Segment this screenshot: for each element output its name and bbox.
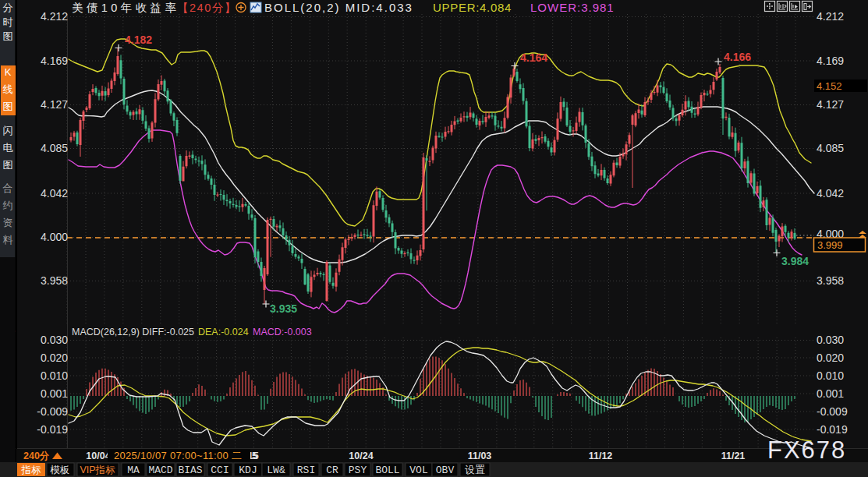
svg-text:MA: MA bbox=[127, 465, 140, 476]
svg-text:-0.019: -0.019 bbox=[817, 423, 848, 436]
svg-text:4.182: 4.182 bbox=[125, 34, 152, 46]
svg-text:0.010: 0.010 bbox=[817, 369, 844, 382]
svg-text:10/04: 10/04 bbox=[86, 450, 110, 461]
svg-text:CR: CR bbox=[326, 465, 338, 476]
svg-text:11/12: 11/12 bbox=[589, 450, 613, 461]
svg-text:约: 约 bbox=[3, 200, 13, 211]
svg-text:4.169: 4.169 bbox=[817, 55, 844, 67]
svg-text:合: 合 bbox=[3, 182, 13, 194]
svg-text:资: 资 bbox=[3, 217, 13, 228]
svg-text:UPPER:4.084: UPPER:4.084 bbox=[433, 1, 512, 14]
svg-text:0.030: 0.030 bbox=[817, 334, 844, 346]
svg-text:设置: 设置 bbox=[465, 464, 485, 475]
svg-text:0.001: 0.001 bbox=[41, 387, 68, 400]
svg-text:VIP指标: VIP指标 bbox=[80, 465, 115, 475]
svg-text:线: 线 bbox=[3, 83, 13, 95]
svg-text:PSY: PSY bbox=[349, 465, 367, 476]
svg-text:4.169: 4.169 bbox=[41, 55, 68, 67]
svg-text:4.085: 4.085 bbox=[817, 142, 844, 154]
svg-text:图: 图 bbox=[3, 30, 13, 42]
svg-text:4.212: 4.212 bbox=[41, 10, 68, 23]
svg-text:3.935: 3.935 bbox=[270, 302, 297, 315]
svg-text:VOL: VOL bbox=[409, 465, 427, 476]
svg-text:4.164: 4.164 bbox=[520, 51, 547, 64]
svg-text:图: 图 bbox=[3, 159, 13, 171]
svg-text:MACD(26,12,9) DIFF:-0.025: MACD(26,12,9) DIFF:-0.025 bbox=[72, 327, 194, 337]
svg-text:料: 料 bbox=[3, 234, 13, 246]
svg-text:11/21: 11/21 bbox=[721, 450, 746, 461]
svg-text:4.166: 4.166 bbox=[724, 51, 751, 63]
svg-text:4.000: 4.000 bbox=[41, 231, 68, 243]
svg-text:4.042: 4.042 bbox=[817, 187, 844, 200]
svg-text:4.042: 4.042 bbox=[41, 187, 68, 200]
svg-text:4.127: 4.127 bbox=[817, 98, 844, 111]
svg-text:4.152: 4.152 bbox=[817, 80, 842, 92]
svg-text:5: 5 bbox=[252, 450, 257, 461]
svg-text:-0.019: -0.019 bbox=[37, 423, 68, 436]
svg-text:K: K bbox=[5, 66, 12, 78]
svg-text:4.127: 4.127 bbox=[41, 98, 68, 111]
svg-text:DEA:-0.024: DEA:-0.024 bbox=[198, 327, 249, 337]
svg-text:4.085: 4.085 bbox=[41, 142, 68, 154]
svg-text:0.001: 0.001 bbox=[817, 387, 844, 400]
svg-text:3.999: 3.999 bbox=[817, 239, 843, 251]
svg-text:BOLL: BOLL bbox=[375, 465, 399, 476]
svg-text:LOWER:3.981: LOWER:3.981 bbox=[530, 1, 615, 14]
svg-text:3.958: 3.958 bbox=[41, 274, 68, 287]
svg-text:CCI: CCI bbox=[211, 465, 229, 476]
svg-text:LW&: LW& bbox=[267, 465, 285, 476]
svg-text:RSI: RSI bbox=[297, 465, 315, 476]
svg-text:电: 电 bbox=[3, 142, 13, 154]
svg-text:MACD:-0.003: MACD:-0.003 bbox=[253, 327, 312, 337]
svg-text:美债10年收益率: 美债10年收益率 bbox=[72, 2, 179, 14]
svg-text:0.020: 0.020 bbox=[41, 352, 68, 364]
svg-text:0.030: 0.030 bbox=[41, 334, 68, 346]
svg-text:分: 分 bbox=[3, 2, 13, 13]
svg-text:4.212: 4.212 bbox=[817, 10, 844, 23]
svg-text:0.010: 0.010 bbox=[41, 369, 68, 382]
svg-text:MACD: MACD bbox=[148, 465, 172, 476]
svg-text:0.020: 0.020 bbox=[817, 352, 844, 364]
svg-text:10/24: 10/24 bbox=[349, 450, 373, 461]
svg-text:BOLL(20,2) MID:4.033: BOLL(20,2) MID:4.033 bbox=[264, 1, 413, 14]
svg-text:FX678: FX678 bbox=[767, 436, 846, 464]
svg-text:OBV: OBV bbox=[436, 465, 455, 476]
svg-text:时: 时 bbox=[3, 16, 13, 28]
svg-text:3.958: 3.958 bbox=[817, 274, 844, 287]
svg-text:240分: 240分 bbox=[23, 450, 50, 461]
svg-text:模板: 模板 bbox=[50, 465, 70, 475]
svg-text:【240分】: 【240分】 bbox=[177, 2, 237, 14]
svg-text:2025/10/07 07:00~11:00 二: 2025/10/07 07:00~11:00 二 bbox=[114, 450, 242, 461]
svg-text:-0.009: -0.009 bbox=[817, 405, 848, 418]
svg-text:BIAS: BIAS bbox=[178, 465, 202, 476]
svg-text:-0.009: -0.009 bbox=[37, 405, 68, 418]
svg-text:图: 图 bbox=[3, 101, 13, 112]
svg-text:3.984: 3.984 bbox=[781, 255, 809, 267]
svg-text:11/03: 11/03 bbox=[468, 450, 492, 461]
svg-text:指标: 指标 bbox=[21, 465, 42, 475]
svg-text:闪: 闪 bbox=[3, 125, 13, 136]
svg-text:KDJ: KDJ bbox=[239, 465, 257, 476]
